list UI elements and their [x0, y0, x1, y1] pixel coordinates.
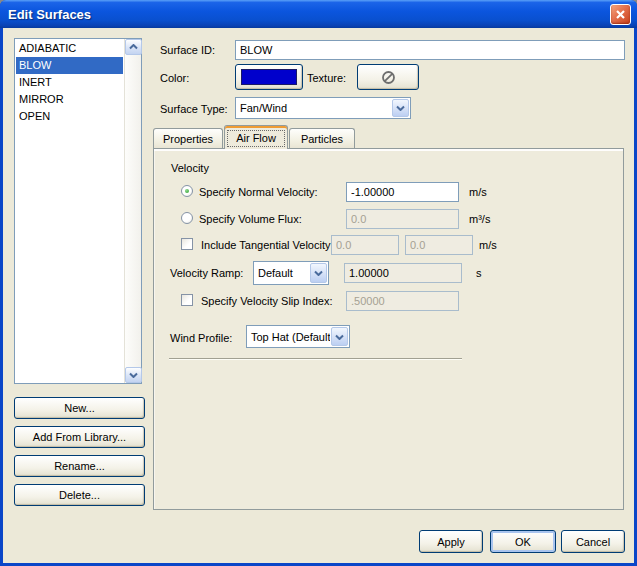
close-button[interactable] — [610, 4, 631, 25]
normal-velocity-unit: m/s — [469, 186, 487, 198]
titlebar[interactable]: Edit Surfaces — [0, 0, 637, 28]
apply-button[interactable]: Apply — [419, 530, 483, 553]
velocity-ramp-value: Default — [254, 267, 309, 279]
surface-id-label: Surface ID: — [160, 44, 215, 56]
slip-index-checkbox[interactable] — [181, 294, 193, 306]
dropdown-arrow-button[interactable] — [310, 263, 327, 283]
scroll-up-button[interactable] — [125, 39, 142, 55]
normal-velocity-radio[interactable] — [181, 185, 193, 197]
surface-type-select[interactable]: Fan/Wind — [235, 97, 411, 119]
tab-label: Air Flow — [236, 132, 276, 144]
velocity-ramp-time-input — [344, 263, 462, 283]
chevron-down-icon — [129, 372, 138, 378]
tangential-velocity-input-1 — [331, 235, 399, 255]
slip-index-label: Specify Velocity Slip Index: — [201, 295, 332, 307]
velocity-ramp-unit: s — [476, 267, 482, 279]
volume-flux-radio[interactable] — [181, 212, 193, 224]
window-title: Edit Surfaces — [0, 7, 91, 22]
color-swatch — [241, 69, 297, 85]
rename-button[interactable]: Rename... — [14, 455, 145, 477]
dropdown-arrow-button[interactable] — [392, 99, 409, 117]
tab-air-flow[interactable]: Air Flow — [224, 125, 288, 149]
volume-flux-input — [346, 209, 459, 229]
surface-type-value: Fan/Wind — [236, 102, 391, 114]
tangential-velocity-label: Include Tangential Velocity: — [201, 239, 334, 251]
list-item[interactable]: MIRROR — [16, 91, 123, 108]
surface-type-label: Surface Type: — [160, 103, 228, 115]
chevron-down-icon — [314, 270, 323, 276]
close-icon — [615, 9, 626, 20]
tab-particles[interactable]: Particles — [289, 128, 355, 149]
edit-surfaces-dialog: Edit Surfaces ADIABATIC BLOW INERT MIRRO… — [0, 0, 637, 566]
chevron-down-icon — [396, 105, 405, 111]
add-from-library-button[interactable]: Add From Library... — [14, 426, 145, 448]
normal-velocity-label: Specify Normal Velocity: — [199, 186, 318, 198]
volume-flux-unit: m³/s — [469, 213, 490, 225]
dialog-body: ADIABATIC BLOW INERT MIRROR OPEN — [3, 28, 634, 563]
surface-id-input[interactable] — [235, 40, 625, 60]
air-flow-panel: Velocity Specify Normal Velocity: m/s Sp… — [153, 148, 624, 510]
tangential-velocity-checkbox[interactable] — [181, 238, 193, 250]
texture-label: Texture: — [307, 72, 346, 84]
wind-profile-select[interactable]: Top Hat (Default) — [246, 325, 350, 348]
new-button[interactable]: New... — [14, 397, 145, 419]
color-label: Color: — [160, 72, 189, 84]
scroll-down-button[interactable] — [125, 367, 142, 383]
wind-profile-value: Top Hat (Default) — [247, 331, 330, 343]
texture-button[interactable] — [357, 64, 419, 90]
tangential-velocity-input-2 — [405, 235, 473, 255]
ok-button[interactable]: OK — [490, 530, 556, 553]
surface-list[interactable]: ADIABATIC BLOW INERT MIRROR OPEN — [14, 38, 142, 384]
slip-index-input — [346, 291, 459, 311]
list-item[interactable]: INERT — [16, 74, 123, 91]
velocity-group-label: Velocity — [171, 162, 209, 174]
chevron-up-icon — [129, 44, 138, 50]
list-item[interactable]: OPEN — [16, 108, 123, 125]
delete-button[interactable]: Delete... — [14, 484, 145, 506]
tab-properties[interactable]: Properties — [153, 128, 223, 149]
velocity-ramp-label: Velocity Ramp: — [170, 267, 243, 279]
normal-velocity-input[interactable] — [346, 182, 459, 202]
dropdown-arrow-button[interactable] — [331, 327, 348, 346]
tangential-velocity-unit: m/s — [479, 239, 497, 251]
velocity-ramp-select[interactable]: Default — [253, 261, 329, 285]
list-item[interactable]: ADIABATIC — [16, 40, 123, 57]
no-texture-icon — [381, 70, 396, 85]
volume-flux-label: Specify Volume Flux: — [199, 213, 302, 225]
chevron-down-icon — [335, 334, 344, 340]
separator — [169, 358, 462, 360]
tab-label: Properties — [163, 133, 213, 145]
wind-profile-label: Wind Profile: — [170, 332, 232, 344]
cancel-button[interactable]: Cancel — [561, 530, 625, 553]
color-picker-button[interactable] — [235, 64, 303, 90]
tab-label: Particles — [301, 133, 343, 145]
list-item-selected[interactable]: BLOW — [16, 57, 123, 74]
list-scrollbar[interactable] — [124, 39, 141, 383]
